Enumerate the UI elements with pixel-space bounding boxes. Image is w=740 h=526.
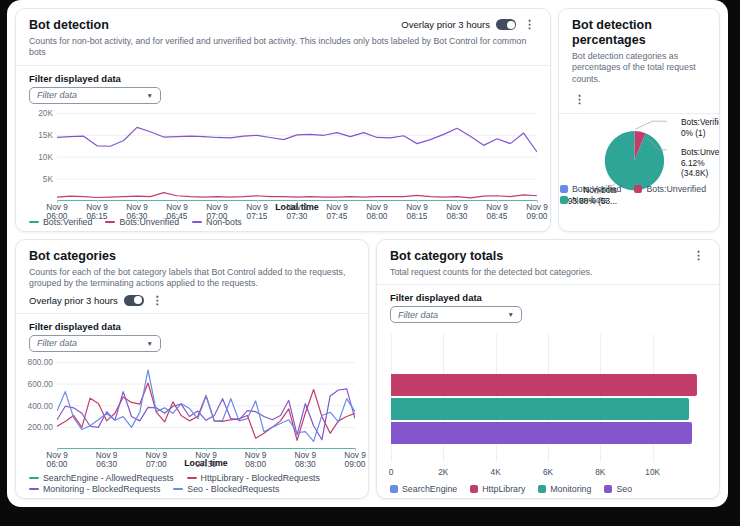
legend-label: Monitoring — [550, 484, 591, 494]
legend-item[interactable]: Monitoring - BlockedRequests — [29, 484, 160, 494]
panel-title: Bot detection — [29, 18, 109, 33]
overlay-toggle-label: Overlay prior 3 hours — [401, 19, 490, 30]
x-tick-label: Nov 908:45 — [486, 203, 508, 222]
legend-label: HttpLibrary - BlockedRequests — [201, 473, 320, 483]
overlay-prior-hours-toggle[interactable] — [124, 295, 144, 306]
legend-swatch — [29, 477, 39, 480]
toggle-knob — [507, 21, 515, 29]
screen-background: Bot detection Overlay prior 3 hours ⋮ Co… — [0, 0, 740, 526]
bot-dashboard-window: Bot detection Overlay prior 3 hours ⋮ Co… — [7, 0, 728, 507]
chart-plot-area[interactable] — [57, 357, 355, 449]
top-row: Bot detection Overlay prior 3 hours ⋮ Co… — [15, 8, 720, 232]
panel-bot-detection-header: Bot detection Overlay prior 3 hours ⋮ Co… — [16, 9, 550, 65]
kebab-menu-icon[interactable]: ⋮ — [572, 92, 587, 106]
legend-item[interactable]: HttpLibrary — [470, 484, 525, 494]
chevron-down-icon: ▼ — [147, 92, 153, 99]
x-tick-label: Nov 908:00 — [366, 203, 388, 222]
bot-categories-line-chart[interactable]: 800.00600.00400.00200.00Nov 906:00Nov 90… — [29, 357, 355, 458]
x-tick-label: Nov 908:00 — [245, 451, 267, 470]
chart-legend: SearchEngine - AllowedRequestsHttpLibrar… — [29, 469, 355, 494]
pie-callout-label: Bots:Verified0% (1) — [681, 117, 720, 138]
panel-totals-body: Filter displayed data Filter data ▼ 02K4… — [377, 285, 719, 498]
y-tick-label: 400.00 — [28, 401, 53, 411]
filter-dropdown[interactable]: Filter data ▼ — [29, 335, 161, 352]
legend-item[interactable]: Monitoring — [538, 484, 591, 494]
y-axis: 20K15K10K5K — [29, 109, 57, 201]
y-tick-label: 15K — [38, 130, 53, 140]
series-line-bots-unverified[interactable] — [57, 193, 537, 198]
x-axis: 02K4K6K8K10K — [391, 464, 705, 480]
bot-detection-pie-chart[interactable]: Bots:VerifiedBots:UnverifiedNon-bots Bot… — [559, 114, 719, 231]
chart-legend: SearchEngineHttpLibraryMonitoringSeo — [390, 480, 706, 494]
kebab-menu-icon[interactable]: ⋮ — [150, 294, 165, 307]
x-tick-label: Nov 907:00 — [206, 203, 228, 222]
bar-seo[interactable] — [391, 422, 692, 444]
legend-swatch — [29, 221, 39, 224]
x-tick-label: 6K — [543, 467, 553, 477]
legend-label: Bots:Unverified — [646, 184, 706, 194]
x-tick-label: Nov 907:30 — [286, 203, 308, 222]
y-tick-label: 20K — [38, 108, 53, 118]
panel-bot-detection-percentages: Bot detection percentages Bot detection … — [558, 8, 720, 232]
x-tick-label: 8K — [595, 467, 605, 477]
chart-plot-area[interactable] — [57, 109, 537, 201]
kebab-menu-icon[interactable]: ⋮ — [522, 18, 537, 31]
legend-item[interactable]: Seo - BlockedRequests — [173, 484, 279, 494]
legend-item[interactable]: Seo — [604, 484, 632, 494]
legend-swatch — [604, 485, 612, 493]
legend-item[interactable]: SearchEngine - AllowedRequests — [29, 473, 174, 483]
bot-detection-line-chart[interactable]: 20K15K10K5KNov 906:00Nov 906:15Nov 906:3… — [29, 109, 537, 202]
x-tick-label: 0 — [389, 467, 394, 477]
legend-swatch — [390, 485, 398, 493]
pie-callout-label: Bots:Unverif...6.12% (34.8K) — [681, 147, 720, 178]
legend-swatch — [634, 185, 642, 193]
legend-swatch — [173, 488, 183, 491]
y-tick-label: 200.00 — [28, 422, 53, 432]
panel-bot-categories: Bot categories Counts for each of the bo… — [15, 239, 369, 499]
legend-swatch — [538, 485, 546, 493]
legend-item[interactable]: SearchEngine — [390, 484, 457, 494]
pie-callout-label: Non-bots93.88% (53... — [561, 185, 617, 206]
legend-item[interactable]: HttpLibrary - BlockedRequests — [187, 473, 320, 483]
filter-label: Filter displayed data — [29, 73, 537, 84]
x-tick-label: 4K — [491, 467, 501, 477]
legend-label: Seo — [616, 484, 632, 494]
x-tick-label: Nov 908:30 — [294, 451, 316, 470]
panel-bot-category-totals: Bot category totals ⋮ Total request coun… — [376, 239, 720, 499]
series-line-non-bots[interactable] — [57, 127, 537, 152]
panel-title: Bot detection percentages — [572, 18, 706, 48]
filter-placeholder: Filter data — [37, 338, 77, 348]
y-tick-label: 10K — [38, 152, 53, 162]
overlay-prior-hours-toggle[interactable] — [496, 19, 516, 30]
series-line-httplibrary-blockedrequests[interactable] — [57, 383, 355, 440]
chevron-down-icon: ▼ — [508, 311, 514, 318]
x-tick-label: Nov 907:15 — [246, 203, 268, 222]
panel-totals-header: Bot category totals ⋮ Total request coun… — [377, 240, 719, 284]
bot-category-totals-bar-chart[interactable] — [391, 334, 705, 462]
filter-dropdown[interactable]: Filter data ▼ — [29, 87, 161, 104]
filter-placeholder: Filter data — [398, 310, 438, 320]
panel-title: Bot category totals — [390, 249, 503, 264]
x-tick-label: 2K — [438, 467, 448, 477]
filter-placeholder: Filter data — [37, 90, 77, 100]
legend-label: HttpLibrary — [482, 484, 525, 494]
filter-dropdown[interactable]: Filter data ▼ — [390, 306, 522, 323]
bar-httplibrary[interactable] — [391, 374, 697, 396]
panel-subtitle: Counts for non-bot activity, and for ver… — [29, 36, 537, 59]
bar-monitoring[interactable] — [391, 398, 689, 420]
x-tick-label: Nov 906:15 — [86, 203, 108, 222]
x-tick-label: 10K — [645, 467, 660, 477]
kebab-menu-icon[interactable]: ⋮ — [691, 249, 706, 262]
panel-subtitle: Total request counts for the detected bo… — [390, 267, 706, 278]
x-tick-label: Nov 906:00 — [46, 203, 68, 222]
x-tick-label: Nov 906:00 — [46, 451, 68, 470]
legend-item[interactable]: Bots:Unverified — [634, 184, 706, 194]
filter-label: Filter displayed data — [29, 321, 355, 332]
toggle-knob — [134, 296, 142, 304]
panel-title: Bot categories — [29, 249, 355, 264]
filter-label: Filter displayed data — [390, 292, 706, 303]
x-tick-label: Nov 908:30 — [446, 203, 468, 222]
legend-swatch — [187, 477, 197, 480]
x-tick-label: Nov 909:00 — [344, 451, 366, 470]
legend-swatch — [29, 488, 39, 491]
